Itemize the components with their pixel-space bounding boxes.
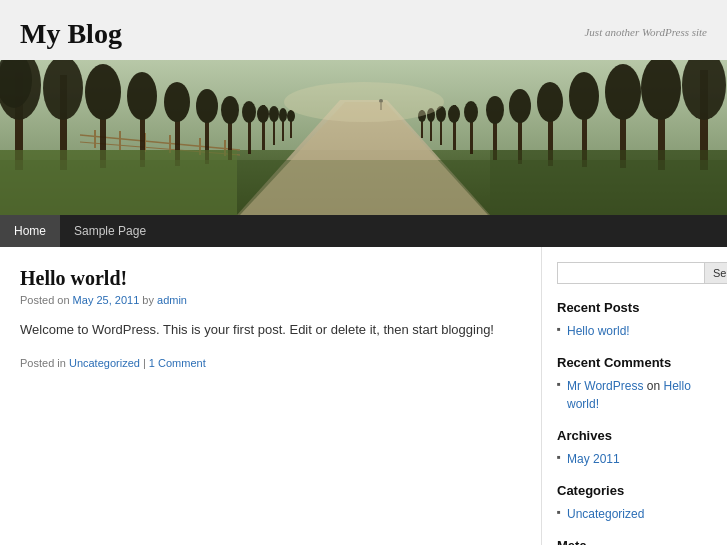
recent-posts-title: Recent Posts [557, 300, 712, 315]
recent-post-link[interactable]: Hello world! [567, 324, 630, 338]
svg-point-25 [221, 96, 239, 124]
meta-title: Meta [557, 538, 712, 545]
search-box: Search [557, 262, 712, 284]
list-item: May 2011 [557, 449, 712, 469]
archives-list: May 2011 [557, 449, 712, 469]
sidebar-categories: Categories Uncategorized [557, 483, 712, 524]
svg-point-19 [127, 72, 157, 120]
recent-comments-list: Mr WordPress on Hello world! [557, 376, 712, 414]
sidebar-recent-posts: Recent Posts Hello world! [557, 300, 712, 341]
categories-title: Categories [557, 483, 712, 498]
svg-point-49 [486, 96, 504, 124]
site-header: My Blog Just another WordPress site [0, 0, 727, 60]
list-item: Hello world! [557, 321, 712, 341]
post-footer: Posted in Uncategorized | 1 Comment [20, 357, 521, 369]
post-by-label: by [142, 294, 154, 306]
svg-point-47 [509, 89, 531, 123]
categories-list: Uncategorized [557, 504, 712, 524]
svg-rect-63 [0, 150, 237, 215]
post-author-link[interactable]: admin [157, 294, 187, 306]
svg-point-27 [242, 101, 256, 123]
svg-point-35 [287, 110, 295, 122]
list-item: Uncategorized [557, 504, 712, 524]
posted-on-label: Posted on [20, 294, 70, 306]
comment-author-link[interactable]: Mr WordPress [567, 379, 643, 393]
post-category-link[interactable]: Uncategorized [69, 357, 140, 369]
svg-point-41 [605, 64, 641, 120]
site-title: My Blog [20, 18, 122, 50]
category-link[interactable]: Uncategorized [567, 507, 644, 521]
site-tagline: Just another WordPress site [584, 18, 707, 38]
archive-link[interactable]: May 2011 [567, 452, 620, 466]
comment-connector: on [643, 379, 663, 393]
sidebar-recent-comments: Recent Comments Mr WordPress on Hello wo… [557, 355, 712, 414]
svg-point-29 [257, 105, 269, 123]
post-body: Welcome to WordPress. This is your first… [20, 320, 521, 341]
posted-in-label: Posted in [20, 357, 66, 369]
sidebar: Search Recent Posts Hello world! Recent … [542, 247, 727, 545]
svg-rect-64 [490, 150, 727, 215]
main-content: Hello world! Posted on May 25, 2011 by a… [0, 247, 542, 545]
svg-point-45 [537, 82, 563, 122]
sidebar-meta: Meta Log in Entries RSS Comments RSS Wor… [557, 538, 712, 545]
post-title: Hello world! [20, 267, 521, 290]
post-comments-link[interactable]: 1 Comment [149, 357, 206, 369]
nav-item-sample-page[interactable]: Sample Page [60, 215, 160, 247]
search-button[interactable]: Search [705, 262, 727, 284]
post-date-link[interactable]: May 25, 2011 [73, 294, 140, 306]
sidebar-archives: Archives May 2011 [557, 428, 712, 469]
content-area: Hello world! Posted on May 25, 2011 by a… [0, 247, 727, 545]
search-input[interactable] [557, 262, 705, 284]
svg-point-66 [284, 82, 444, 122]
svg-point-43 [569, 72, 599, 120]
svg-point-33 [279, 108, 287, 122]
recent-comments-title: Recent Comments [557, 355, 712, 370]
svg-point-21 [164, 82, 190, 122]
svg-point-17 [85, 64, 121, 120]
post-meta: Posted on May 25, 2011 by admin [20, 294, 521, 306]
hero-image [0, 60, 727, 215]
recent-posts-list: Hello world! [557, 321, 712, 341]
svg-point-51 [464, 101, 478, 123]
footer-separator: | [143, 357, 146, 369]
svg-point-23 [196, 89, 218, 123]
nav-bar: Home Sample Page [0, 215, 727, 247]
svg-point-53 [448, 105, 460, 123]
svg-point-31 [269, 106, 279, 122]
archives-title: Archives [557, 428, 712, 443]
nav-item-home[interactable]: Home [0, 215, 60, 247]
list-item: Mr WordPress on Hello world! [557, 376, 712, 414]
